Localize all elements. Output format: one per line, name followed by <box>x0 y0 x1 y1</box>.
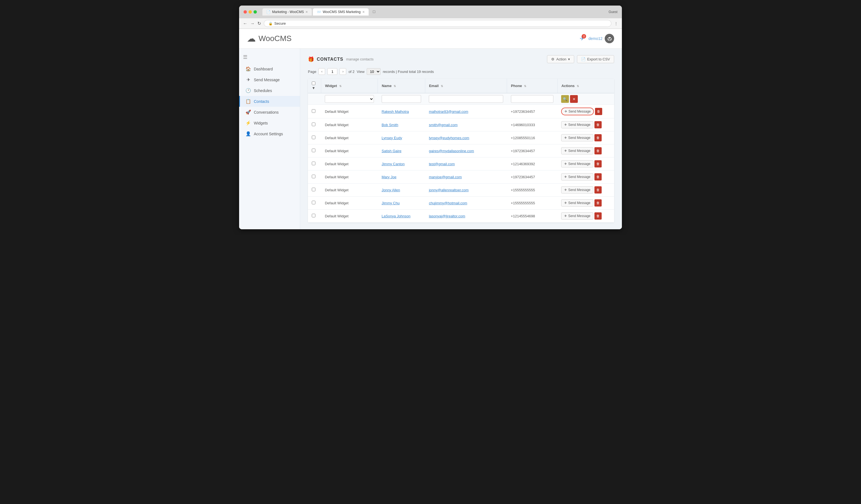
delete-button[interactable]: 🗑 <box>595 108 602 115</box>
contact-name-link[interactable]: Bob Smith <box>382 123 398 127</box>
send-icon: ✈ <box>564 110 567 113</box>
send-message-button[interactable]: ✈ Send Message <box>561 173 593 181</box>
browser-menu-button[interactable]: ⋮ <box>614 22 618 26</box>
tab-sms-marketing[interactable]: 📨 WooCMS SMS Marketing ✕ <box>313 8 368 15</box>
contact-name-link[interactable]: LaSonya Johnson <box>382 214 411 218</box>
row-checkbox[interactable] <box>312 188 315 191</box>
new-tab-button[interactable]: ☐ <box>370 8 378 15</box>
tab-close-icon[interactable]: ✕ <box>362 10 365 14</box>
row-checkbox[interactable] <box>312 136 315 139</box>
clear-filter-button[interactable]: ✕ <box>570 95 578 103</box>
minimize-button[interactable] <box>248 10 252 14</box>
row-checkbox[interactable] <box>312 174 315 178</box>
per-page-select[interactable]: 10 25 50 <box>367 68 381 75</box>
send-message-button[interactable]: ✈ Send Message <box>561 147 593 154</box>
notification-button[interactable]: ✈ 0 <box>580 35 585 42</box>
sidebar-item-schedules[interactable]: 🕐 Schedules <box>239 85 300 96</box>
filter-checkbox-cell <box>308 93 321 105</box>
row-checkbox[interactable] <box>312 123 315 126</box>
email-link[interactable]: lynsey@eudyhomes.com <box>429 136 469 140</box>
trash-icon: 🗑 <box>596 188 600 192</box>
email-link[interactable]: lasonyaj@ljrealtor.com <box>429 214 465 218</box>
email-link[interactable]: gaires@mydallasonline.com <box>429 149 474 153</box>
page-number-input[interactable] <box>327 68 337 75</box>
send-message-button[interactable]: ✈ Send Message <box>561 134 593 141</box>
row-checkbox[interactable] <box>312 149 315 152</box>
sidebar-item-conversations[interactable]: 🚀 Conversations <box>239 107 300 117</box>
contact-name-link[interactable]: Jonny Allen <box>382 188 400 192</box>
filter-buttons: 🔍 ✕ <box>561 95 610 103</box>
trash-icon: 🗑 <box>596 123 600 127</box>
email-link[interactable]: malhotrar83@gmail.com <box>429 110 468 114</box>
send-message-button[interactable]: ✈ Send Message <box>561 121 593 128</box>
contact-name-link[interactable]: Satish Gaire <box>382 149 402 153</box>
actions-cell-container: ✈ Send Message 🗑 <box>561 212 610 220</box>
widget-filter-select[interactable] <box>325 95 374 103</box>
send-message-button[interactable]: ✈ Send Message <box>561 160 593 167</box>
row-checkbox[interactable] <box>312 201 315 204</box>
delete-button[interactable]: 🗑 <box>594 121 602 128</box>
delete-button[interactable]: 🗑 <box>594 186 602 194</box>
delete-button[interactable]: 🗑 <box>594 147 602 154</box>
email-link[interactable]: chujimmy@hotmail.com <box>429 201 467 205</box>
close-button[interactable] <box>244 10 247 14</box>
address-bar[interactable]: 🔒 Secure <box>264 20 611 27</box>
email-cell: lasonyaj@ljrealtor.com <box>425 210 507 223</box>
name-column-header[interactable]: Name ⇅ <box>378 79 425 93</box>
select-all-checkbox[interactable] <box>312 82 315 85</box>
delete-button[interactable]: 🗑 <box>594 212 602 220</box>
name-filter-cell <box>378 93 425 105</box>
row-checkbox[interactable] <box>312 162 315 165</box>
widget-column-header[interactable]: Widget ⇅ <box>321 79 378 93</box>
contact-name-link[interactable]: Lynsey Eudy <box>382 136 402 140</box>
forward-button[interactable]: → <box>250 21 255 26</box>
row-checkbox[interactable] <box>312 214 315 218</box>
tab-marketing[interactable]: 📄 Marketing - WooCMS ✕ <box>262 8 312 15</box>
phone-filter-input[interactable] <box>511 95 554 103</box>
email-column-header[interactable]: Email ⇅ <box>425 79 507 93</box>
row-checkbox[interactable] <box>312 109 315 113</box>
sidebar-item-widgets[interactable]: ⚡ Widgets <box>239 117 300 128</box>
page-header: 🎁 CONTACTS manage contacts ⚙ Action ▾ 📄 … <box>308 55 614 63</box>
hamburger-icon[interactable]: ☰ <box>239 53 300 64</box>
email-link[interactable]: jonny@allenrealtoer.com <box>429 188 468 192</box>
send-message-button[interactable]: ✈ Send Message <box>561 212 593 220</box>
phone-filter-cell <box>507 93 558 105</box>
phone-cell: +12146369392 <box>507 157 558 170</box>
sidebar-item-send-message[interactable]: ✈ Send Message <box>239 74 300 85</box>
action-button[interactable]: ⚙ Action ▾ <box>547 55 574 63</box>
back-button[interactable]: ← <box>243 21 247 26</box>
contact-name-link[interactable]: Mary Joe <box>382 175 396 179</box>
header-actions: ⚙ Action ▾ 📄 Export to CSV <box>547 55 614 63</box>
contact-name-link[interactable]: Rakesh Malhotra <box>382 110 409 114</box>
widget-cell: Default Widget <box>321 157 378 170</box>
email-link[interactable]: maryjoe@gmail.com <box>429 175 462 179</box>
name-filter-input[interactable] <box>382 95 421 103</box>
send-message-button[interactable]: ✈ Send Message <box>561 199 593 207</box>
trash-icon: 🗑 <box>597 110 600 113</box>
contact-name-link[interactable]: Jimmy Canton <box>382 162 405 166</box>
delete-button[interactable]: 🗑 <box>594 134 602 141</box>
prev-page-button[interactable]: ‹ <box>318 68 325 75</box>
tab-close-icon[interactable]: ✕ <box>305 10 308 14</box>
email-link[interactable]: test@gmail.com <box>429 162 455 166</box>
delete-button[interactable]: 🗑 <box>594 199 602 207</box>
export-csv-button[interactable]: 📄 Export to CSV <box>577 55 614 63</box>
sidebar-item-account-settings[interactable]: 👤 Account Settings <box>239 128 300 139</box>
guest-label: Guest <box>609 10 617 14</box>
contact-name-link[interactable]: Jimmy Chu <box>382 201 400 205</box>
delete-button[interactable]: 🗑 <box>594 160 602 167</box>
user-info[interactable]: demo12 🐼 <box>588 34 614 43</box>
reload-button[interactable]: ↻ <box>257 21 261 26</box>
send-message-button[interactable]: ✈ Send Message <box>561 108 594 115</box>
phone-column-header[interactable]: Phone ⇅ <box>507 79 558 93</box>
delete-button[interactable]: 🗑 <box>594 173 602 181</box>
email-filter-input[interactable] <box>429 95 503 103</box>
send-message-button[interactable]: ✈ Send Message <box>561 186 593 194</box>
email-link[interactable]: smith@gmail.com <box>429 123 458 127</box>
next-page-button[interactable]: › <box>340 68 346 75</box>
sidebar-item-contacts[interactable]: 📋 Contacts <box>239 96 300 107</box>
maximize-button[interactable] <box>254 10 257 14</box>
sidebar-item-dashboard[interactable]: 🏠 Dashboard <box>239 64 300 74</box>
search-button[interactable]: 🔍 <box>561 95 569 103</box>
